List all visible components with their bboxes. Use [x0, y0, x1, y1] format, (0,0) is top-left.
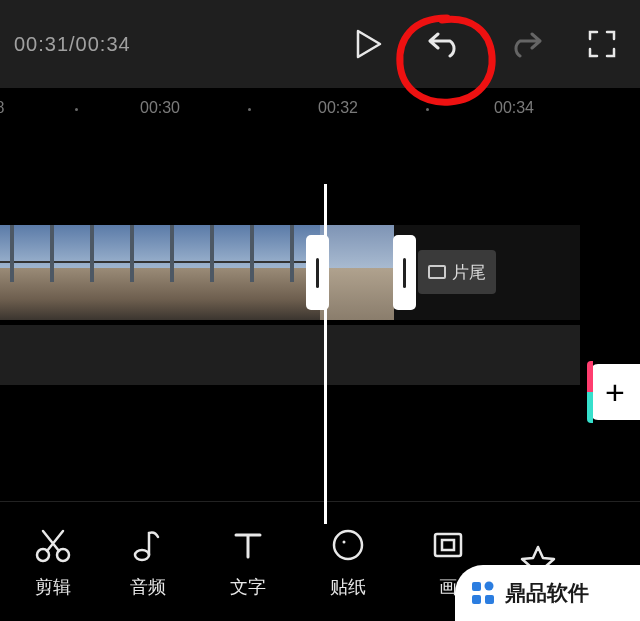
tool-sticker[interactable]: 贴纸 [298, 525, 398, 599]
clip-thumbnail[interactable] [320, 225, 394, 320]
tool-label: 音频 [130, 575, 166, 599]
svg-rect-7 [472, 582, 481, 591]
tool-label: 剪辑 [35, 575, 71, 599]
add-clip-button[interactable]: + [590, 364, 640, 420]
tool-cut[interactable]: 剪辑 [8, 525, 98, 599]
redo-button[interactable] [508, 30, 542, 58]
svg-point-4 [343, 540, 346, 543]
tool-text[interactable]: 文字 [198, 525, 298, 599]
end-badge-label: 片尾 [452, 261, 486, 284]
playhead[interactable] [324, 184, 327, 524]
ruler-label: 00:34 [494, 99, 534, 117]
fullscreen-icon [588, 30, 616, 58]
tool-audio[interactable]: 音频 [98, 525, 198, 599]
sticker-icon [328, 525, 368, 565]
text-icon [228, 525, 268, 565]
watermark-text: 鼎品软件 [505, 579, 589, 607]
timeline-tracks[interactable]: 片尾 + [0, 130, 640, 500]
plus-icon: + [605, 375, 625, 409]
svg-rect-6 [442, 540, 454, 550]
play-button[interactable] [356, 29, 382, 59]
picture-in-picture-icon [428, 525, 468, 565]
svg-point-2 [135, 550, 149, 560]
clip-trim-handle-right[interactable] [393, 235, 416, 310]
undo-button[interactable] [428, 30, 462, 58]
watermark-badge: 鼎品软件 [455, 565, 640, 621]
clip-thumbnail[interactable] [0, 225, 320, 320]
frame-icon [428, 265, 446, 279]
watermark-logo-icon [469, 579, 497, 607]
audio-track-empty[interactable] [0, 325, 580, 385]
timeline-ruler[interactable]: 8 00:30 00:32 00:34 [0, 88, 640, 130]
scissors-icon [33, 525, 73, 565]
music-note-icon [128, 525, 168, 565]
ruler-label: 00:32 [318, 99, 358, 117]
svg-rect-10 [485, 595, 494, 604]
top-buttons [356, 29, 626, 59]
player-topbar: 00:31/00:34 [0, 0, 640, 88]
fullscreen-button[interactable] [588, 30, 616, 58]
undo-icon [428, 30, 462, 58]
svg-point-8 [485, 582, 494, 591]
svg-rect-9 [472, 595, 481, 604]
svg-rect-5 [435, 534, 461, 556]
play-icon [356, 29, 382, 59]
tool-label: 贴纸 [330, 575, 366, 599]
clip-end-badge[interactable]: 片尾 [418, 250, 496, 294]
tool-label: 文字 [230, 575, 266, 599]
time-display: 00:31/00:34 [14, 33, 131, 56]
redo-icon [508, 30, 542, 58]
ruler-label: 00:30 [140, 99, 180, 117]
